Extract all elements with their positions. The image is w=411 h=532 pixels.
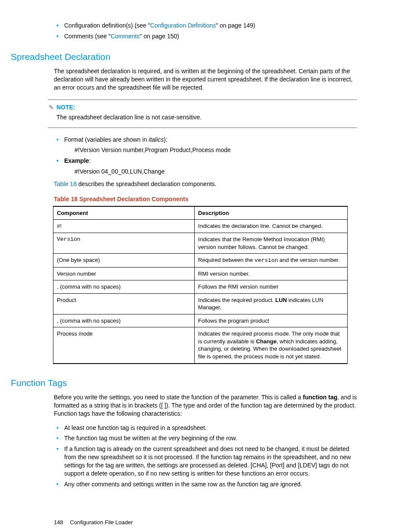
table-cell: Process mode — [53, 327, 195, 364]
table-cell: Follows the program product — [194, 314, 347, 327]
table-cell: , (comma with no spaces) — [53, 314, 195, 327]
text: " on page 150) — [140, 33, 179, 40]
list-item: Configuration definition(s) (see "Config… — [64, 22, 357, 30]
table-cell: #! — [53, 220, 195, 233]
bold-text: function tag — [303, 394, 337, 401]
italic-text: italics — [149, 136, 164, 143]
list-item: The function tag must be written at the … — [64, 434, 357, 442]
table-cell: Version number — [53, 267, 195, 280]
note-icon: ✎ — [48, 103, 55, 112]
text: Before you write the settings, you need … — [54, 394, 303, 401]
table-cell: Indicates that the Remote Method Invocat… — [194, 233, 347, 254]
text: ): — [164, 136, 168, 143]
text: Configuration definition(s) (see " — [64, 22, 150, 29]
table-cell: (One byte space) — [53, 254, 195, 268]
text: describes the spreadsheet declaration co… — [77, 180, 217, 187]
table-cell: Indicates the required process mode. The… — [194, 327, 347, 364]
mono-text: version — [255, 257, 278, 264]
paragraph: Before you write the settings, you need … — [54, 393, 357, 418]
table-caption: Table 18 Spreadsheet Declaration Compone… — [54, 195, 357, 203]
bold-text: Example — [64, 157, 89, 164]
note-label: NOTE: — [56, 104, 75, 111]
table-cell: Version — [53, 233, 195, 254]
text: Comments (see " — [64, 33, 111, 40]
list-item: At least one function tag is required in… — [64, 424, 357, 432]
text: Indicates the required product. — [198, 297, 275, 303]
table-cell: Required between the version and the ver… — [194, 254, 347, 268]
paragraph: The spreadsheet declaration is required,… — [54, 67, 357, 92]
link-table-18[interactable]: Table 18 — [54, 180, 77, 187]
link-config-defs[interactable]: Configuration Definitions — [150, 22, 216, 29]
function-tags-list: At least one function tag is required in… — [54, 424, 357, 488]
table-cell: , (comma with no spaces) — [53, 280, 195, 294]
bold-text: LUN — [275, 297, 287, 303]
bold-text: Change — [256, 338, 277, 345]
intro-list: Configuration definition(s) (see "Config… — [54, 22, 357, 40]
note-text: The spreadsheet declaration line is not … — [56, 113, 357, 121]
table-cell: Indicates the declaration line. Cannot b… — [194, 220, 347, 233]
list-item: Any other comments and settings written … — [64, 480, 357, 488]
footer-title: Configuration File Loader — [70, 519, 133, 526]
heading-function-tags: Function Tags — [11, 377, 357, 389]
link-comments[interactable]: Comments — [111, 33, 140, 40]
format-example: #!Version Version number,Program Product… — [75, 146, 357, 154]
table-header: Component — [53, 206, 195, 220]
list-item: Format (variables are shown in italics):… — [64, 136, 357, 155]
table-cell: Product — [53, 293, 195, 314]
example-value: #!Version 04_00_00,LUN,Change — [75, 168, 357, 176]
note-block: ✎ NOTE: The spreadsheet declaration line… — [48, 100, 357, 128]
paragraph: Table 18 describes the spreadsheet decla… — [54, 180, 357, 188]
table-cell: Follows the RMI version number — [194, 280, 347, 294]
table-header: Description — [194, 206, 347, 220]
table-cell: Indicates the required product. LUN indi… — [194, 293, 347, 314]
page-footer: 148 Configuration File Loader — [54, 519, 357, 526]
text: Format (variables are shown in — [64, 136, 149, 143]
heading-spreadsheet-declaration: Spreadsheet Declaration — [11, 51, 357, 63]
text: Required between the — [198, 257, 255, 263]
text: " on page 149) — [216, 22, 255, 29]
page-number: 148 — [54, 519, 63, 526]
text: : — [89, 157, 91, 164]
declaration-components-table: Component Description #! Indicates the d… — [53, 206, 348, 364]
format-list: Format (variables are shown in italics):… — [54, 136, 357, 176]
table-cell: RMI version number. — [194, 267, 347, 280]
list-item: Comments (see "Comments" on page 150) — [64, 32, 357, 40]
text: and the version number. — [278, 257, 339, 263]
list-item: If a function tag is already on the curr… — [64, 445, 357, 478]
list-item: Example: #!Version 04_00_00,LUN,Change — [64, 157, 357, 176]
